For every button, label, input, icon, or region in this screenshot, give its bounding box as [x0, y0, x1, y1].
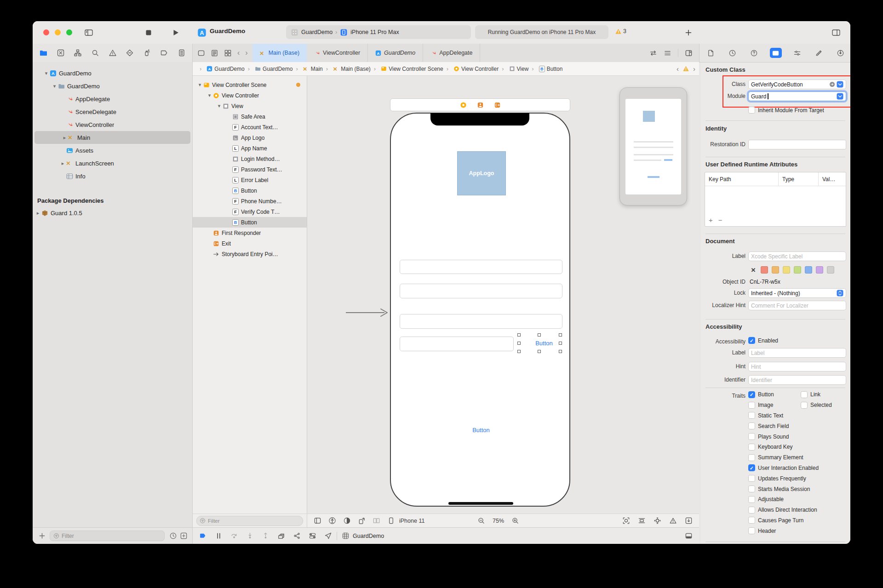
- remove-attribute-button[interactable]: −: [718, 216, 722, 224]
- trait-checkbox[interactable]: [748, 485, 755, 492]
- color-swatch[interactable]: [761, 266, 768, 274]
- zoom-level[interactable]: 75%: [493, 518, 504, 524]
- resize-handle[interactable]: [559, 342, 562, 345]
- toggle-inspector-icon[interactable]: [831, 28, 841, 37]
- disclosure-chevron[interactable]: [206, 92, 213, 98]
- trait-checkbox[interactable]: [748, 444, 755, 451]
- outline-row[interactable]: B Button: [193, 217, 307, 228]
- zoom-in-icon[interactable]: [511, 517, 519, 525]
- outline-row[interactable]: F Phone Numbe…: [193, 196, 307, 206]
- navigator-tab-icon[interactable]: [126, 49, 134, 57]
- navigator-tab-icon[interactable]: [91, 49, 99, 57]
- restoration-id-field[interactable]: [748, 140, 846, 149]
- inherit-module-checkbox[interactable]: [748, 107, 755, 114]
- outline-row[interactable]: Safe Area: [193, 111, 307, 122]
- device-name[interactable]: iPhone 11: [399, 518, 424, 524]
- minimize-window-button[interactable]: [55, 29, 61, 35]
- file-row[interactable]: A GuardDemo: [33, 67, 192, 80]
- disclosure-chevron[interactable]: [43, 70, 50, 76]
- autolayout-icon[interactable]: [638, 517, 646, 525]
- editor-tab[interactable]: AppDelegate: [423, 44, 480, 62]
- trait-checkbox[interactable]: [801, 402, 808, 409]
- canvas-toolbar-icon[interactable]: [343, 517, 351, 525]
- outline-filter-field[interactable]: Filter: [196, 516, 303, 526]
- resize-handle[interactable]: [517, 333, 521, 337]
- get-verify-code-button[interactable]: Button: [531, 340, 557, 347]
- breadcrumb-item[interactable]: View Controller: [443, 65, 499, 72]
- debug-icon[interactable]: [246, 532, 254, 540]
- disclosure-chevron[interactable]: [51, 83, 58, 89]
- outline-row[interactable]: View Controller: [193, 90, 307, 101]
- add-editor-icon[interactable]: [685, 49, 693, 57]
- autolayout-icon[interactable]: [685, 517, 693, 525]
- jump-to-class-icon[interactable]: [829, 81, 835, 87]
- breadcrumb-item[interactable]: GuardDemo: [245, 65, 293, 72]
- forward-icon[interactable]: ›: [245, 49, 247, 57]
- column-header[interactable]: Val…: [819, 172, 846, 186]
- lock-dropdown[interactable]: Inherited - (Nothing): [748, 288, 846, 298]
- add-tab-icon[interactable]: [684, 29, 693, 37]
- toggle-navigator-icon[interactable]: [84, 28, 93, 37]
- navigator-tab-icon[interactable]: [39, 49, 47, 57]
- file-row[interactable]: Assets: [33, 144, 192, 157]
- filter-scope-icon[interactable]: [180, 532, 188, 540]
- breadcrumb-item[interactable]: × Main (Base): [323, 65, 371, 72]
- inspector-tab[interactable]: [813, 48, 825, 58]
- navigator-tab-icon[interactable]: [178, 49, 186, 57]
- color-swatch[interactable]: [816, 266, 823, 274]
- scene-dock-icon[interactable]: [460, 102, 467, 108]
- account-textfield[interactable]: [400, 260, 562, 274]
- inspector-tab[interactable]: [748, 48, 760, 58]
- storyboard-canvas[interactable]: AppLogo Button Button: [307, 76, 699, 514]
- view-controller-scene[interactable]: AppLogo Button Button: [390, 113, 570, 507]
- canvas-toolbar-icon[interactable]: [328, 517, 336, 525]
- file-row[interactable]: Info: [33, 170, 192, 183]
- adjust-editor-icon[interactable]: [664, 49, 671, 57]
- a11y-hint-field[interactable]: Hint: [748, 362, 846, 371]
- inspector-tab[interactable]: [727, 48, 739, 58]
- trait-checkbox[interactable]: [748, 496, 755, 503]
- trait-checkbox[interactable]: [748, 464, 755, 471]
- editor-tab[interactable]: ViewController: [307, 44, 368, 62]
- trait-checkbox[interactable]: [748, 454, 755, 461]
- storyboard-entry-arrow[interactable]: [345, 308, 389, 318]
- trait-checkbox[interactable]: [748, 402, 755, 409]
- outline-row[interactable]: B Button: [193, 185, 307, 196]
- canvas-toolbar-icon[interactable]: [387, 517, 395, 525]
- editor-tab[interactable]: A GuardDemo: [368, 44, 423, 62]
- resize-handle[interactable]: [538, 333, 541, 337]
- autolayout-icon[interactable]: [654, 517, 661, 525]
- trait-checkbox[interactable]: [801, 391, 808, 398]
- outline-row[interactable]: Exit: [193, 238, 307, 249]
- canvas-toolbar-icon[interactable]: [358, 517, 366, 525]
- runtime-attributes-table[interactable]: Key Path Type Val… + −: [705, 172, 846, 227]
- zoom-out-icon[interactable]: [477, 517, 485, 525]
- hide-debug-area-icon[interactable]: [685, 532, 693, 540]
- add-file-icon[interactable]: [38, 532, 46, 540]
- warning-badge[interactable]: 3: [615, 28, 626, 34]
- navigator-tab-icon[interactable]: [109, 49, 117, 57]
- file-row[interactable]: × LaunchScreen: [33, 157, 192, 170]
- localizer-hint-field[interactable]: Comment For Localizer: [748, 301, 846, 310]
- navigator-tab-icon[interactable]: [143, 49, 151, 57]
- outline-row[interactable]: App Logo: [193, 132, 307, 143]
- run-button[interactable]: [172, 29, 180, 37]
- trait-checkbox[interactable]: [748, 391, 755, 398]
- outline-row[interactable]: Login Method…: [193, 154, 307, 164]
- scene-dock-icon[interactable]: [494, 102, 501, 108]
- color-swatch[interactable]: [827, 266, 834, 274]
- recent-files-icon[interactable]: [169, 532, 177, 540]
- file-row[interactable]: GuardDemo: [33, 80, 192, 92]
- outline-row[interactable]: L App Name: [193, 143, 307, 154]
- back-icon[interactable]: ‹: [237, 49, 240, 57]
- close-window-button[interactable]: [43, 29, 49, 35]
- file-row[interactable]: ViewController: [33, 118, 192, 131]
- debug-icon[interactable]: [215, 532, 223, 540]
- applogo-imageview[interactable]: AppLogo: [457, 151, 506, 195]
- inspector-tab[interactable]: [705, 48, 717, 58]
- navigator-tab-icon[interactable]: [74, 49, 82, 57]
- navigator-filter-field[interactable]: Filter: [50, 531, 165, 541]
- password-textfield[interactable]: [400, 284, 562, 298]
- login-button[interactable]: Button: [463, 427, 499, 434]
- file-row[interactable]: SceneDelegate: [33, 105, 192, 118]
